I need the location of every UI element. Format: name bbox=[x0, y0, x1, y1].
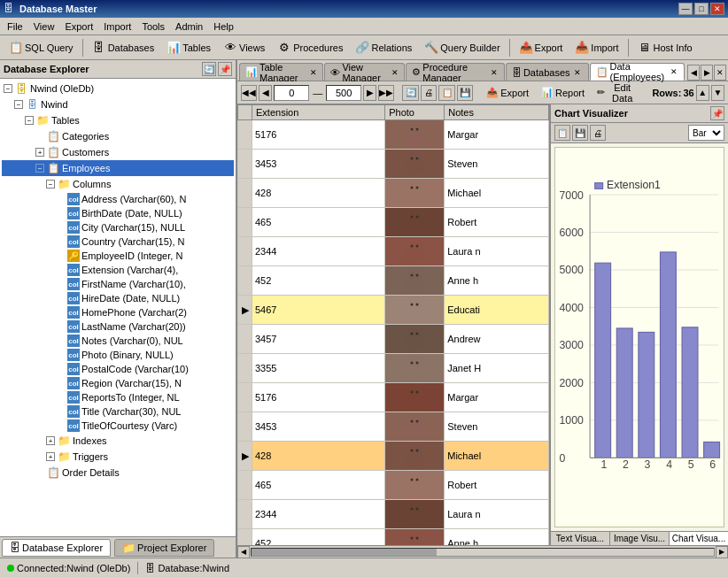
expand-customers[interactable]: + bbox=[35, 148, 44, 157]
chart-btn2[interactable]: 💾 bbox=[572, 125, 588, 141]
tab-procedure-manager[interactable]: ⚙ Procedure Manager ✕ bbox=[406, 63, 505, 81]
tree-node-col-lastname[interactable]: col LastName (Varchar(20)) bbox=[2, 319, 234, 334]
tree-node-col-homephone[interactable]: col HomePhone (Varchar(2) bbox=[2, 305, 234, 319]
export-data-btn[interactable]: 📤 Export bbox=[481, 83, 534, 103]
tree-node-col-empid[interactable]: 🔑 EmployeeID (Integer, N bbox=[2, 249, 234, 263]
menu-file[interactable]: File bbox=[2, 19, 28, 34]
scroll-right-btn[interactable]: ▶ bbox=[716, 546, 728, 558]
nav-prev[interactable]: ◀ bbox=[259, 85, 272, 101]
report-btn[interactable]: 📊 Report bbox=[536, 83, 590, 103]
tree-node-col-birthdate[interactable]: col BirthDate (Date, NULL) bbox=[2, 206, 234, 220]
expand-nwind[interactable]: − bbox=[14, 100, 23, 109]
table-row[interactable]: ▶5467 Educati bbox=[238, 296, 549, 325]
panel-refresh[interactable]: 🔄 bbox=[202, 62, 216, 76]
copy-btn[interactable]: 📋 bbox=[438, 85, 454, 101]
tab-view-manager[interactable]: 👁 View Manager ✕ bbox=[324, 63, 405, 81]
expand-root[interactable]: − bbox=[4, 84, 12, 93]
chart-tab-text[interactable]: Text Visua... bbox=[551, 532, 610, 545]
menu-view[interactable]: View bbox=[28, 19, 60, 34]
scroll-down-btn[interactable]: ▼ bbox=[711, 85, 724, 101]
tree-node-categories[interactable]: 📋 Categories bbox=[2, 128, 234, 144]
tb-views[interactable]: 👁 Views bbox=[218, 38, 270, 58]
tab-nav-prev[interactable]: ◀ bbox=[687, 65, 700, 81]
chart-tab-image[interactable]: Image Visu... bbox=[610, 532, 670, 545]
tree-node-triggers[interactable]: + 📁 Triggers bbox=[2, 449, 234, 465]
nav-last[interactable]: ▶▶ bbox=[378, 85, 394, 101]
nav-next[interactable]: ▶ bbox=[363, 85, 376, 101]
tree-node-indexes[interactable]: + 📁 Indexes bbox=[2, 433, 234, 449]
tb-relations[interactable]: 🔗 Relations bbox=[350, 38, 417, 58]
tree-node-col-hire[interactable]: col HireDate (Date, NULL) bbox=[2, 291, 234, 305]
expand-triggers[interactable]: + bbox=[46, 452, 55, 461]
tab-table-manager[interactable]: 📊 Table Manager ✕ bbox=[239, 63, 323, 81]
table-row[interactable]: 2344 Laura n bbox=[238, 237, 549, 266]
tree-node-col-region[interactable]: col Region (Varchar(15), N bbox=[2, 376, 234, 390]
tree-node-nwind[interactable]: − 🗄 Nwind bbox=[2, 96, 234, 112]
refresh-btn[interactable]: 🔄 bbox=[402, 85, 418, 101]
tb-tables[interactable]: 📊 Tables bbox=[161, 38, 216, 58]
expand-columns[interactable]: − bbox=[46, 180, 55, 188]
panel-pin[interactable]: 📌 bbox=[218, 62, 232, 76]
tab-nav-close[interactable]: ✕ bbox=[714, 65, 726, 81]
col-header-photo[interactable]: Photo bbox=[385, 105, 445, 120]
row-from-input[interactable] bbox=[274, 85, 309, 101]
tab-procedure-manager-close[interactable]: ✕ bbox=[491, 67, 499, 78]
table-row[interactable]: 2344 Laura n bbox=[238, 500, 549, 529]
expand-tables[interactable]: − bbox=[25, 116, 34, 125]
tree-node-employees[interactable]: − 📋 Employees bbox=[2, 160, 234, 176]
tab-data-employees[interactable]: 📋 Data (Employees) ✕ bbox=[590, 63, 685, 81]
tb-sql-query[interactable]: 📋 SQL Query bbox=[4, 38, 79, 58]
tab-db-explorer[interactable]: 🗄 Database Explorer bbox=[2, 539, 111, 557]
edit-data-btn[interactable]: ✏ Edit Data bbox=[592, 83, 643, 103]
minimize-button[interactable]: — bbox=[678, 3, 693, 15]
tab-project-explorer[interactable]: 📁 Project Explorer bbox=[114, 539, 214, 557]
table-row[interactable]: 5176 Margar bbox=[238, 120, 549, 150]
table-row[interactable]: 5176 Margar bbox=[238, 383, 549, 412]
tree-node-col-titleofcourtesy[interactable]: col TitleOfCourtesy (Varc) bbox=[2, 419, 234, 433]
tree-node-col-ext[interactable]: col Extension (Varchar(4), bbox=[2, 263, 234, 277]
tree-node-root[interactable]: − 🗄 Nwind (OleDb) bbox=[2, 81, 234, 96]
tree-node-col-notes[interactable]: col Notes (Varchar(0), NUL bbox=[2, 334, 234, 348]
chart-btn3[interactable]: 🖨 bbox=[590, 125, 606, 141]
tree-node-col-city[interactable]: col City (Varchar(15), NULL bbox=[2, 220, 234, 235]
table-row[interactable]: 428 Michael bbox=[238, 179, 549, 208]
expand-employees[interactable]: − bbox=[35, 164, 44, 173]
tree-node-col-country[interactable]: col Country (Varchar(15), N bbox=[2, 235, 234, 249]
tb-procedures[interactable]: ⚙ Procedures bbox=[272, 38, 348, 58]
tree-node-col-photo[interactable]: col Photo (Binary, NULL) bbox=[2, 348, 234, 362]
print-btn[interactable]: 🖨 bbox=[421, 85, 437, 101]
horizontal-scrollbar[interactable]: ◀ ▶ bbox=[237, 545, 728, 558]
tab-nav-next[interactable]: ▶ bbox=[701, 65, 713, 81]
menu-help[interactable]: Help bbox=[208, 19, 239, 34]
tab-table-manager-close[interactable]: ✕ bbox=[309, 67, 317, 78]
tree-node-col-postal[interactable]: col PostalCode (Varchar(10) bbox=[2, 362, 234, 376]
menu-admin[interactable]: Admin bbox=[170, 19, 208, 34]
tab-view-manager-close[interactable]: ✕ bbox=[391, 67, 399, 78]
menu-import[interactable]: Import bbox=[98, 19, 136, 34]
tree-node-col-fname[interactable]: col FirstName (Varchar(10), bbox=[2, 277, 234, 291]
tb-querybuilder[interactable]: 🔨 Query Builder bbox=[419, 38, 505, 58]
chart-type-select[interactable]: Bar Line Pie bbox=[688, 125, 724, 141]
tab-databases[interactable]: 🗄 Databases ✕ bbox=[506, 63, 589, 81]
table-row[interactable]: 452 Anne h bbox=[238, 266, 549, 296]
row-to-input[interactable] bbox=[326, 85, 361, 101]
chart-tab-chart[interactable]: Chart Visua... bbox=[670, 532, 728, 545]
tree-node-col-title[interactable]: col Title (Varchar(30), NUL bbox=[2, 404, 234, 419]
table-row[interactable]: 3457 Andrew bbox=[238, 325, 549, 354]
scroll-up-btn[interactable]: ▲ bbox=[696, 85, 709, 101]
table-row[interactable]: 3453 Steven bbox=[238, 412, 549, 442]
table-row[interactable]: 3453 Steven bbox=[238, 150, 549, 179]
tree-node-tables[interactable]: − 📁 Tables bbox=[2, 112, 234, 128]
save-btn[interactable]: 💾 bbox=[457, 85, 473, 101]
table-row[interactable]: 3355 Janet H bbox=[238, 354, 549, 383]
table-row[interactable]: ▶428 Michael bbox=[238, 442, 549, 471]
table-row[interactable]: 465 Robert bbox=[238, 471, 549, 500]
scroll-track[interactable] bbox=[251, 548, 715, 557]
maximize-button[interactable]: □ bbox=[694, 3, 709, 15]
tree-node-columns[interactable]: − 📁 Columns bbox=[2, 176, 234, 192]
col-header-extension[interactable]: Extension bbox=[252, 105, 385, 120]
menu-export[interactable]: Export bbox=[59, 19, 98, 34]
tb-import[interactable]: 📥 Import bbox=[569, 38, 623, 58]
tb-databases[interactable]: 🗄 Databases bbox=[87, 38, 160, 58]
expand-indexes[interactable]: + bbox=[46, 436, 55, 445]
